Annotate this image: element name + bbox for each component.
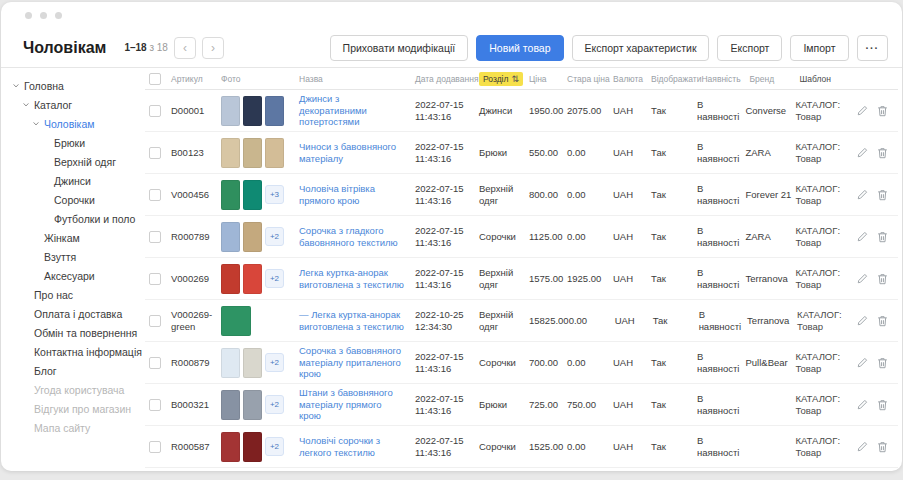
product-photo[interactable] [243, 180, 262, 210]
product-photo[interactable] [221, 222, 240, 252]
column-header-section[interactable]: Розділ⇅ [479, 72, 529, 86]
edit-icon[interactable] [857, 441, 868, 452]
sidebar-item[interactable]: Брюки [1, 133, 145, 152]
column-header-name[interactable]: Назва [299, 74, 415, 84]
delete-icon[interactable] [877, 315, 888, 327]
edit-icon[interactable] [857, 357, 868, 368]
product-photo[interactable] [243, 96, 262, 126]
product-photo[interactable] [221, 264, 240, 294]
product-photo[interactable] [221, 180, 240, 210]
column-header-currency[interactable]: Валюта [613, 74, 651, 84]
column-header-sku[interactable]: Артикул [171, 74, 221, 84]
sidebar-item[interactable]: Жінкам [1, 228, 145, 247]
delete-icon[interactable] [877, 147, 888, 159]
column-header-display[interactable]: Відображати [651, 74, 701, 84]
row-checkbox[interactable] [149, 399, 161, 411]
sidebar-item[interactable]: Обмін та повернення [1, 323, 145, 342]
more-photos-badge[interactable]: +3 [265, 185, 284, 204]
product-name-link[interactable]: — Легка куртка-анорак виготовлена з текс… [299, 309, 405, 332]
product-name-link[interactable]: Легка куртка-анорак виготовлена з тексти… [299, 267, 405, 290]
sidebar-item[interactable]: Про нас [1, 285, 145, 304]
product-name-link[interactable]: Сорочка з бавовняного матеріалу притален… [299, 345, 405, 380]
edit-icon[interactable] [857, 105, 868, 116]
edit-icon[interactable] [857, 315, 868, 326]
more-actions-button[interactable]: ··· [857, 35, 889, 61]
more-photos-badge[interactable]: +2 [265, 395, 284, 414]
row-checkbox[interactable] [149, 189, 161, 201]
new-product-button[interactable]: Новий товар [476, 35, 563, 61]
chevron-down-icon[interactable] [21, 101, 31, 109]
sidebar-item[interactable]: Відгуки про магазин [1, 399, 145, 418]
edit-icon[interactable] [857, 273, 868, 284]
chevron-down-icon[interactable] [31, 120, 41, 128]
delete-icon[interactable] [877, 105, 888, 117]
chevron-down-icon[interactable] [11, 82, 21, 90]
product-name-link[interactable]: Джинси з декоративними потертостями [299, 93, 405, 128]
window-minimize-icon[interactable] [40, 12, 47, 19]
delete-icon[interactable] [877, 273, 888, 285]
product-photo[interactable] [221, 96, 240, 126]
column-header-photo[interactable]: Фото [221, 74, 299, 84]
sidebar-item[interactable]: Мапа сайту [1, 418, 145, 437]
delete-icon[interactable] [877, 441, 888, 453]
pagination-prev-button[interactable]: ‹ [174, 37, 196, 59]
more-photos-badge[interactable]: +2 [265, 353, 284, 372]
sidebar-item[interactable]: Аксесуари [1, 266, 145, 285]
column-header-template[interactable]: Шаблон [799, 74, 853, 84]
edit-icon[interactable] [857, 231, 868, 242]
edit-icon[interactable] [857, 147, 868, 158]
row-checkbox[interactable] [149, 105, 161, 117]
product-name-link[interactable]: Чоловічі сорочки з легкого текстилю [299, 435, 405, 458]
product-photo[interactable] [265, 138, 284, 168]
product-photo[interactable] [265, 96, 284, 126]
select-all-checkbox[interactable] [149, 73, 161, 85]
delete-icon[interactable] [877, 399, 888, 411]
sidebar-item[interactable]: Угода користувача [1, 380, 145, 399]
column-header-oldprice[interactable]: Стара ціна [567, 74, 613, 84]
sidebar-item[interactable]: Головна [1, 76, 145, 95]
sidebar-item[interactable]: Верхній одяг [1, 152, 145, 171]
delete-icon[interactable] [877, 357, 888, 369]
more-photos-badge[interactable]: +2 [265, 437, 284, 456]
sidebar-item[interactable]: Контактна інформація [1, 342, 145, 361]
export-button[interactable]: Експорт [717, 35, 782, 61]
sidebar-item[interactable]: Джинси [1, 171, 145, 190]
export-characteristics-button[interactable]: Експорт характеристик [572, 35, 710, 61]
column-header-availability[interactable]: Наявність [701, 74, 749, 84]
import-button[interactable]: Імпорт [790, 35, 848, 61]
row-checkbox[interactable] [149, 231, 161, 243]
product-photo[interactable] [243, 432, 262, 462]
product-photo[interactable] [221, 306, 251, 336]
window-close-icon[interactable] [25, 12, 32, 19]
row-checkbox[interactable] [149, 441, 161, 453]
product-photo[interactable] [221, 432, 240, 462]
product-photo[interactable] [243, 138, 262, 168]
product-photo[interactable] [243, 264, 262, 294]
sidebar-item[interactable]: Сорочки [1, 190, 145, 209]
row-checkbox[interactable] [149, 273, 161, 285]
delete-icon[interactable] [877, 231, 888, 243]
column-header-brand[interactable]: Бренд [749, 74, 799, 84]
row-checkbox[interactable] [149, 315, 161, 327]
row-checkbox[interactable] [149, 357, 161, 369]
sidebar-item[interactable]: Взуття [1, 247, 145, 266]
product-name-link[interactable]: Чиноси з бавовняного матеріалу [299, 141, 405, 164]
pagination-next-button[interactable]: › [202, 37, 224, 59]
sidebar-item[interactable]: Футболки и поло [1, 209, 145, 228]
more-photos-badge[interactable]: +2 [265, 227, 284, 246]
row-checkbox[interactable] [149, 147, 161, 159]
product-photo[interactable] [221, 348, 240, 378]
hide-modifications-button[interactable]: Приховати модифікації [330, 35, 469, 61]
column-header-price[interactable]: Ціна [529, 74, 567, 84]
product-photo[interactable] [243, 222, 262, 252]
more-photos-badge[interactable]: +2 [265, 269, 284, 288]
window-maximize-icon[interactable] [55, 12, 62, 19]
sidebar-item[interactable]: Блог [1, 361, 145, 380]
sidebar-item[interactable]: Каталог [1, 95, 145, 114]
product-name-link[interactable]: Сорочка з гладкого бавовняного текстилю [299, 225, 405, 248]
product-name-link[interactable]: Чоловіча вітрівка прямого крою [299, 183, 405, 206]
delete-icon[interactable] [877, 189, 888, 201]
sidebar-item[interactable]: Оплата і доставка [1, 304, 145, 323]
sidebar-item[interactable]: Чоловікам [1, 114, 145, 133]
edit-icon[interactable] [857, 189, 868, 200]
